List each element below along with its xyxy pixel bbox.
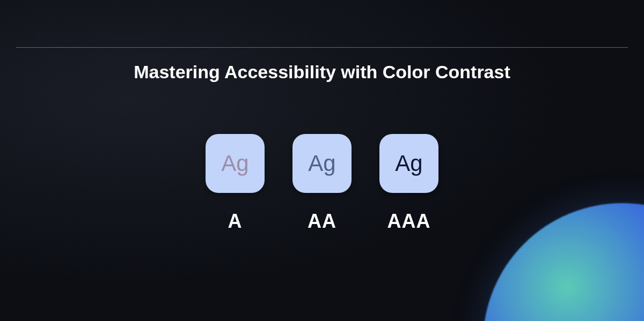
swatch-aa: Ag (292, 134, 352, 193)
page-title: Mastering Accessibility with Color Contr… (0, 62, 644, 83)
swatch-aaa: Ag (379, 134, 438, 193)
level-label-a: A (228, 210, 243, 233)
contrast-swatch-row: Ag A Ag AA Ag AAA (0, 134, 644, 233)
swatch-a: Ag (206, 134, 265, 193)
contrast-level-aaa: Ag AAA (379, 134, 438, 233)
level-label-aa: AA (308, 210, 336, 233)
contrast-level-a: Ag A (206, 134, 265, 233)
contrast-level-aa: Ag AA (292, 134, 352, 233)
level-label-aaa: AAA (387, 210, 431, 233)
top-divider (16, 47, 628, 48)
